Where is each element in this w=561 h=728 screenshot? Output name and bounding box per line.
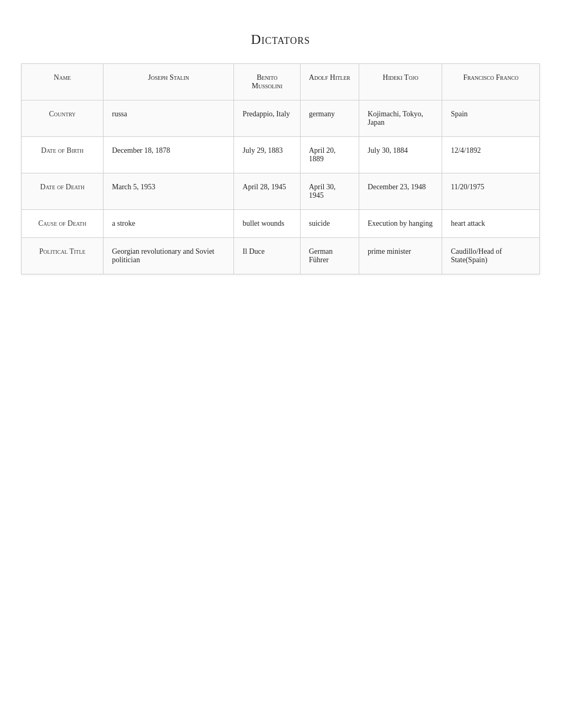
row-label: Cause of Death (22, 210, 104, 238)
data-cell: Caudillo/Head of State(Spain) (442, 238, 540, 274)
data-cell: 11/20/1975 (442, 173, 540, 210)
data-cell: heart attack (442, 210, 540, 238)
data-cell: December 18, 1878 (104, 137, 234, 173)
dictators-table: NameJoseph StalinBenito MussoliniAdolf H… (21, 63, 540, 274)
header-cell: Joseph Stalin (104, 64, 234, 100)
data-cell: Predappio, Italy (234, 100, 300, 137)
data-cell: July 30, 1884 (359, 137, 442, 173)
row-label: Name (22, 64, 104, 100)
data-cell: Execution by hanging (359, 210, 442, 238)
data-cell: prime minister (359, 238, 442, 274)
data-cell: 12/4/1892 (442, 137, 540, 173)
header-cell: Benito Mussolini (234, 64, 300, 100)
row-label: Political Title (22, 238, 104, 274)
page-title: Dictators (21, 32, 540, 48)
data-cell: December 23, 1948 (359, 173, 442, 210)
data-cell: April 28, 1945 (234, 173, 300, 210)
table-row: Political TitleGeorgian revolutionary an… (22, 238, 540, 274)
data-cell: March 5, 1953 (104, 173, 234, 210)
table-row: Date of DeathMarch 5, 1953April 28, 1945… (22, 173, 540, 210)
data-cell: russa (104, 100, 234, 137)
data-cell: bullet wounds (234, 210, 300, 238)
table-row: CountryrussaPredappio, ItalygermanyKojim… (22, 100, 540, 137)
data-cell: a stroke (104, 210, 234, 238)
data-cell: Kojimachi, Tokyo, Japan (359, 100, 442, 137)
data-cell: germany (300, 100, 359, 137)
table-row: NameJoseph StalinBenito MussoliniAdolf H… (22, 64, 540, 100)
header-cell: Francisco Franco (442, 64, 540, 100)
header-cell: Adolf Hitler (300, 64, 359, 100)
data-cell: April 20, 1889 (300, 137, 359, 173)
data-cell: Spain (442, 100, 540, 137)
row-label: Date of Death (22, 173, 104, 210)
row-label: Date of Birth (22, 137, 104, 173)
table-row: Date of BirthDecember 18, 1878July 29, 1… (22, 137, 540, 173)
data-cell: Georgian revolutionary and Soviet politi… (104, 238, 234, 274)
header-cell: Hideki Tojo (359, 64, 442, 100)
row-label: Country (22, 100, 104, 137)
data-cell: suicide (300, 210, 359, 238)
table-row: Cause of Deatha strokebullet woundssuici… (22, 210, 540, 238)
data-cell: July 29, 1883 (234, 137, 300, 173)
data-cell: German Führer (300, 238, 359, 274)
data-cell: Il Duce (234, 238, 300, 274)
data-cell: April 30, 1945 (300, 173, 359, 210)
